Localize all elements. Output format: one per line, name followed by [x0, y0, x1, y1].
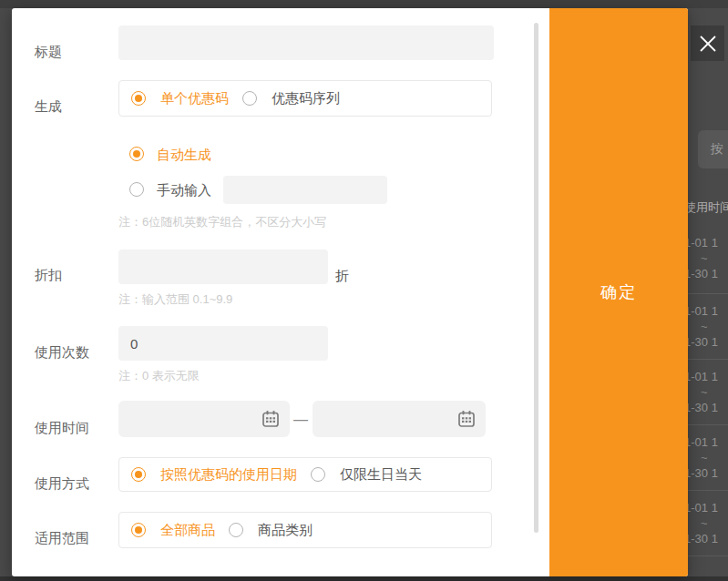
radio-birthday-only-label[interactable]: 仅限生日当天: [340, 466, 422, 484]
background-table-cell-text: 1-01 1: [684, 303, 728, 319]
radio-auto-generate-label[interactable]: 自动生成: [157, 147, 211, 162]
usage-time-start-input[interactable]: [118, 401, 290, 437]
usage-method-label: 使用方式: [35, 475, 89, 491]
title-input[interactable]: [118, 25, 494, 60]
background-table-rows: 1-01 1~1-30 11-01 1~1-30 11-01 1~1-30 11…: [684, 223, 728, 556]
radio-manual-input[interactable]: [129, 182, 144, 197]
title-label: 标题: [35, 44, 62, 59]
radio-single-coupon[interactable]: [131, 91, 146, 106]
usage-method-option-group: 按照优惠码的使用日期 仅限生日当天: [118, 457, 492, 492]
background-filter-button[interactable]: 按: [698, 130, 728, 168]
confirm-button-label: 确定: [600, 281, 637, 303]
radio-by-coupon-date[interactable]: [131, 467, 146, 482]
close-button[interactable]: [691, 25, 724, 61]
radio-product-category[interactable]: [229, 523, 243, 537]
background-table-row: 1-01 1~1-30 1: [684, 223, 728, 294]
radio-coupon-series-label[interactable]: 优惠码序列: [272, 90, 340, 107]
confirm-button[interactable]: 确定: [549, 8, 688, 576]
radio-by-coupon-date-label[interactable]: 按照优惠码的使用日期: [160, 466, 297, 484]
discount-suffix: 折: [335, 268, 349, 285]
radio-product-category-label[interactable]: 商品类别: [258, 522, 313, 539]
background-table-cell-text: ~: [684, 250, 728, 266]
usage-time-end-input[interactable]: [313, 401, 486, 437]
radio-birthday-only[interactable]: [311, 467, 325, 482]
background-table-cell-text: ~: [684, 384, 728, 400]
manual-code-input[interactable]: [223, 176, 387, 204]
background-table-cell-text: ~: [684, 450, 728, 465]
discount-label: 折扣: [35, 267, 62, 282]
backdrop-bottom-strip: [0, 576, 728, 581]
radio-single-coupon-label[interactable]: 单个优惠码: [160, 90, 229, 107]
generate-option-group: 单个优惠码 优惠码序列: [118, 80, 492, 117]
background-table-cell-text: 1-01 1: [684, 235, 728, 250]
usage-count-input[interactable]: [118, 326, 328, 361]
usage-time-separator: —: [293, 412, 308, 428]
backdrop-top-strip: [0, 0, 728, 8]
radio-coupon-series[interactable]: [242, 91, 257, 106]
background-table-header: 使用时间: [684, 199, 728, 216]
radio-manual-input-label[interactable]: 手动输入: [157, 182, 211, 198]
modal-scrollbar[interactable]: [534, 23, 538, 533]
background-table-cell-text: 1-01 1: [684, 434, 728, 450]
radio-all-products-label[interactable]: 全部商品: [160, 522, 215, 539]
background-table-cell-text: ~: [684, 515, 728, 531]
background-table-cell-text: 1-01 1: [684, 369, 728, 384]
discount-note: 注：输入范围 0.1~9.9: [118, 291, 232, 308]
coupon-modal: 标题 生成 单个优惠码 优惠码序列 自动生成 手动输入 注：6位随机英数字组合，…: [12, 8, 688, 576]
background-table-row: 1-01 1~1-30 1: [684, 491, 728, 556]
usage-count-note: 注：0 表示无限: [118, 368, 200, 384]
scope-option-group: 全部商品 商品类别: [118, 512, 492, 548]
usage-time-label: 使用时间: [35, 420, 89, 435]
background-table-cell-text: 1-01 1: [684, 500, 728, 515]
radio-all-products[interactable]: [131, 523, 146, 537]
background-table-row: 1-01 1~1-30 1: [684, 294, 728, 360]
background-table-row: 1-01 1~1-30 1: [684, 425, 728, 491]
background-table-cell-text: 1-30 1: [684, 400, 728, 415]
scope-label: 适用范围: [35, 530, 89, 545]
calendar-icon: [457, 410, 476, 428]
background-table-cell-text: 1-30 1: [684, 334, 728, 350]
generate-note: 注：6位随机英数字组合，不区分大小写: [118, 214, 326, 230]
generate-label: 生成: [35, 98, 62, 114]
radio-auto-generate[interactable]: [129, 147, 144, 161]
background-table-cell-text: ~: [684, 319, 728, 334]
background-table-cell-text: 1-30 1: [684, 266, 728, 281]
background-filter-button-label: 按: [711, 141, 723, 158]
background-table-row: 1-01 1~1-30 1: [684, 360, 728, 425]
discount-input[interactable]: [118, 250, 328, 284]
background-table-cell-text: 1-30 1: [684, 531, 728, 546]
usage-count-label: 使用次数: [35, 344, 89, 360]
close-icon: [698, 34, 718, 54]
background-table-cell-text: 1-30 1: [684, 465, 728, 481]
calendar-icon: [261, 410, 280, 428]
